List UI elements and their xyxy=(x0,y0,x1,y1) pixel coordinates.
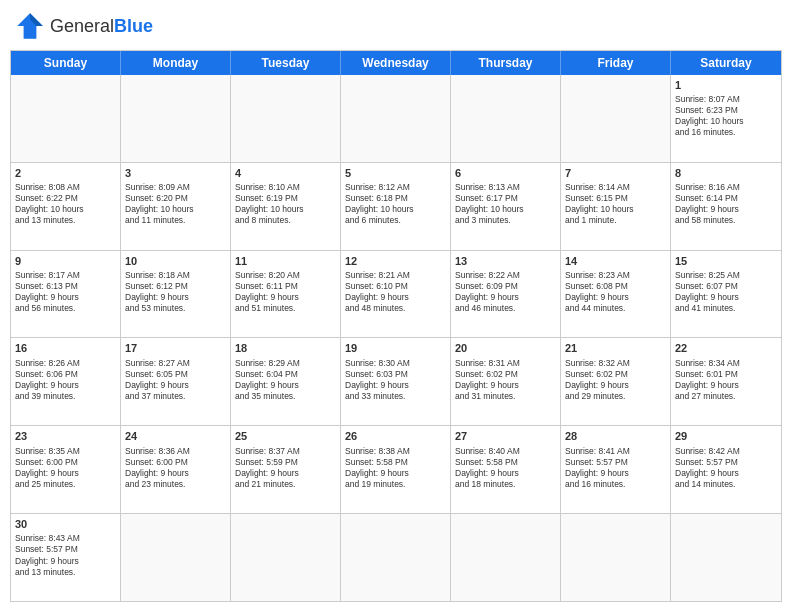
cal-row-4: 23Sunrise: 8:35 AM Sunset: 6:00 PM Dayli… xyxy=(11,425,781,513)
cal-cell: 10Sunrise: 8:18 AM Sunset: 6:12 PM Dayli… xyxy=(121,251,231,338)
day-info: Sunrise: 8:20 AM Sunset: 6:11 PM Dayligh… xyxy=(235,270,336,314)
cal-cell xyxy=(561,514,671,601)
day-number: 8 xyxy=(675,166,777,180)
day-info: Sunrise: 8:12 AM Sunset: 6:18 PM Dayligh… xyxy=(345,182,446,226)
cal-header-cell-tuesday: Tuesday xyxy=(231,51,341,75)
day-info: Sunrise: 8:38 AM Sunset: 5:58 PM Dayligh… xyxy=(345,446,446,490)
day-number: 14 xyxy=(565,254,666,268)
day-info: Sunrise: 8:16 AM Sunset: 6:14 PM Dayligh… xyxy=(675,182,777,226)
day-info: Sunrise: 8:23 AM Sunset: 6:08 PM Dayligh… xyxy=(565,270,666,314)
day-number: 6 xyxy=(455,166,556,180)
day-number: 27 xyxy=(455,429,556,443)
cal-cell: 27Sunrise: 8:40 AM Sunset: 5:58 PM Dayli… xyxy=(451,426,561,513)
day-info: Sunrise: 8:14 AM Sunset: 6:15 PM Dayligh… xyxy=(565,182,666,226)
logo-text: GeneralBlue xyxy=(50,16,153,37)
cal-cell xyxy=(341,75,451,162)
day-number: 11 xyxy=(235,254,336,268)
cal-cell: 14Sunrise: 8:23 AM Sunset: 6:08 PM Dayli… xyxy=(561,251,671,338)
day-number: 12 xyxy=(345,254,446,268)
cal-row-3: 16Sunrise: 8:26 AM Sunset: 6:06 PM Dayli… xyxy=(11,337,781,425)
day-number: 5 xyxy=(345,166,446,180)
header: GeneralBlue xyxy=(10,10,782,42)
day-info: Sunrise: 8:26 AM Sunset: 6:06 PM Dayligh… xyxy=(15,358,116,402)
cal-cell xyxy=(11,75,121,162)
cal-cell: 25Sunrise: 8:37 AM Sunset: 5:59 PM Dayli… xyxy=(231,426,341,513)
day-info: Sunrise: 8:17 AM Sunset: 6:13 PM Dayligh… xyxy=(15,270,116,314)
day-info: Sunrise: 8:25 AM Sunset: 6:07 PM Dayligh… xyxy=(675,270,777,314)
cal-header-cell-wednesday: Wednesday xyxy=(341,51,451,75)
cal-cell xyxy=(561,75,671,162)
cal-cell: 3Sunrise: 8:09 AM Sunset: 6:20 PM Daylig… xyxy=(121,163,231,250)
calendar-body: 1Sunrise: 8:07 AM Sunset: 6:23 PM Daylig… xyxy=(11,75,781,601)
day-info: Sunrise: 8:30 AM Sunset: 6:03 PM Dayligh… xyxy=(345,358,446,402)
cal-cell xyxy=(121,75,231,162)
cal-cell: 23Sunrise: 8:35 AM Sunset: 6:00 PM Dayli… xyxy=(11,426,121,513)
cal-cell xyxy=(231,75,341,162)
day-info: Sunrise: 8:10 AM Sunset: 6:19 PM Dayligh… xyxy=(235,182,336,226)
cal-header-cell-friday: Friday xyxy=(561,51,671,75)
logo-icon xyxy=(14,10,46,42)
cal-cell: 13Sunrise: 8:22 AM Sunset: 6:09 PM Dayli… xyxy=(451,251,561,338)
day-info: Sunrise: 8:21 AM Sunset: 6:10 PM Dayligh… xyxy=(345,270,446,314)
day-number: 24 xyxy=(125,429,226,443)
cal-cell: 22Sunrise: 8:34 AM Sunset: 6:01 PM Dayli… xyxy=(671,338,781,425)
cal-cell: 15Sunrise: 8:25 AM Sunset: 6:07 PM Dayli… xyxy=(671,251,781,338)
cal-cell xyxy=(671,514,781,601)
cal-cell: 24Sunrise: 8:36 AM Sunset: 6:00 PM Dayli… xyxy=(121,426,231,513)
day-number: 7 xyxy=(565,166,666,180)
day-number: 3 xyxy=(125,166,226,180)
cal-cell: 19Sunrise: 8:30 AM Sunset: 6:03 PM Dayli… xyxy=(341,338,451,425)
cal-cell: 5Sunrise: 8:12 AM Sunset: 6:18 PM Daylig… xyxy=(341,163,451,250)
cal-cell xyxy=(451,75,561,162)
cal-cell: 20Sunrise: 8:31 AM Sunset: 6:02 PM Dayli… xyxy=(451,338,561,425)
cal-cell: 26Sunrise: 8:38 AM Sunset: 5:58 PM Dayli… xyxy=(341,426,451,513)
day-info: Sunrise: 8:31 AM Sunset: 6:02 PM Dayligh… xyxy=(455,358,556,402)
cal-cell: 7Sunrise: 8:14 AM Sunset: 6:15 PM Daylig… xyxy=(561,163,671,250)
cal-cell: 17Sunrise: 8:27 AM Sunset: 6:05 PM Dayli… xyxy=(121,338,231,425)
cal-header-cell-sunday: Sunday xyxy=(11,51,121,75)
day-info: Sunrise: 8:40 AM Sunset: 5:58 PM Dayligh… xyxy=(455,446,556,490)
day-number: 13 xyxy=(455,254,556,268)
cal-cell: 9Sunrise: 8:17 AM Sunset: 6:13 PM Daylig… xyxy=(11,251,121,338)
cal-cell xyxy=(231,514,341,601)
day-info: Sunrise: 8:22 AM Sunset: 6:09 PM Dayligh… xyxy=(455,270,556,314)
day-number: 1 xyxy=(675,78,777,92)
day-number: 4 xyxy=(235,166,336,180)
day-number: 2 xyxy=(15,166,116,180)
day-info: Sunrise: 8:35 AM Sunset: 6:00 PM Dayligh… xyxy=(15,446,116,490)
day-info: Sunrise: 8:27 AM Sunset: 6:05 PM Dayligh… xyxy=(125,358,226,402)
page: GeneralBlue SundayMondayTuesdayWednesday… xyxy=(0,0,792,612)
day-info: Sunrise: 8:13 AM Sunset: 6:17 PM Dayligh… xyxy=(455,182,556,226)
day-number: 25 xyxy=(235,429,336,443)
day-info: Sunrise: 8:08 AM Sunset: 6:22 PM Dayligh… xyxy=(15,182,116,226)
cal-header-cell-thursday: Thursday xyxy=(451,51,561,75)
day-number: 19 xyxy=(345,341,446,355)
day-info: Sunrise: 8:07 AM Sunset: 6:23 PM Dayligh… xyxy=(675,94,777,138)
cal-cell: 11Sunrise: 8:20 AM Sunset: 6:11 PM Dayli… xyxy=(231,251,341,338)
day-number: 17 xyxy=(125,341,226,355)
cal-cell: 18Sunrise: 8:29 AM Sunset: 6:04 PM Dayli… xyxy=(231,338,341,425)
day-info: Sunrise: 8:42 AM Sunset: 5:57 PM Dayligh… xyxy=(675,446,777,490)
calendar-header: SundayMondayTuesdayWednesdayThursdayFrid… xyxy=(11,51,781,75)
cal-cell: 21Sunrise: 8:32 AM Sunset: 6:02 PM Dayli… xyxy=(561,338,671,425)
day-info: Sunrise: 8:29 AM Sunset: 6:04 PM Dayligh… xyxy=(235,358,336,402)
day-number: 18 xyxy=(235,341,336,355)
day-info: Sunrise: 8:32 AM Sunset: 6:02 PM Dayligh… xyxy=(565,358,666,402)
day-number: 20 xyxy=(455,341,556,355)
cal-row-1: 2Sunrise: 8:08 AM Sunset: 6:22 PM Daylig… xyxy=(11,162,781,250)
cal-cell: 6Sunrise: 8:13 AM Sunset: 6:17 PM Daylig… xyxy=(451,163,561,250)
day-info: Sunrise: 8:43 AM Sunset: 5:57 PM Dayligh… xyxy=(15,533,116,577)
day-number: 21 xyxy=(565,341,666,355)
cal-cell: 8Sunrise: 8:16 AM Sunset: 6:14 PM Daylig… xyxy=(671,163,781,250)
day-number: 15 xyxy=(675,254,777,268)
day-info: Sunrise: 8:37 AM Sunset: 5:59 PM Dayligh… xyxy=(235,446,336,490)
cal-cell xyxy=(121,514,231,601)
calendar: SundayMondayTuesdayWednesdayThursdayFrid… xyxy=(10,50,782,602)
day-number: 28 xyxy=(565,429,666,443)
day-number: 9 xyxy=(15,254,116,268)
logo: GeneralBlue xyxy=(14,10,153,42)
day-number: 22 xyxy=(675,341,777,355)
cal-row-2: 9Sunrise: 8:17 AM Sunset: 6:13 PM Daylig… xyxy=(11,250,781,338)
cal-cell xyxy=(451,514,561,601)
cal-cell: 28Sunrise: 8:41 AM Sunset: 5:57 PM Dayli… xyxy=(561,426,671,513)
